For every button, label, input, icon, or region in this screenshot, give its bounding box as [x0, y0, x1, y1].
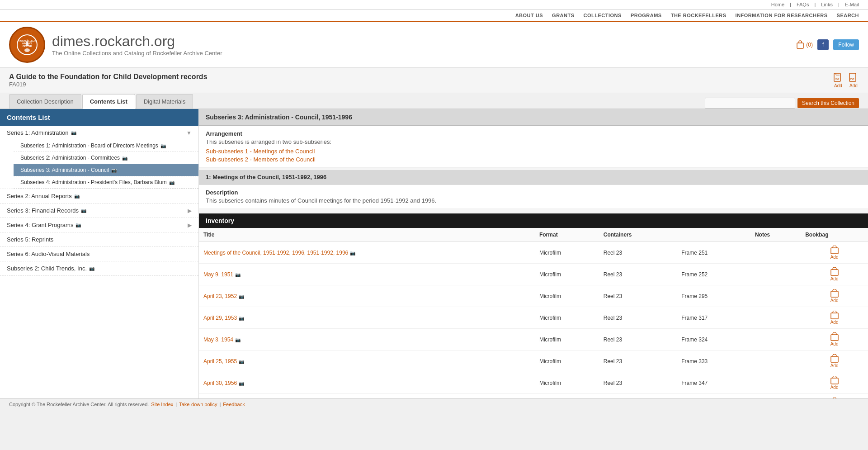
collection-search-button[interactable]: Search this Collection: [797, 98, 859, 108]
site-index-link[interactable]: Site Index: [151, 402, 173, 407]
sub-subseries-1-link[interactable]: Sub-subseries 1 - Meetings of the Counci…: [206, 148, 315, 155]
camera-icon: 📷: [235, 337, 241, 342]
table-row: October 24, 1956📷MicrofilmReel 23Frame 3…: [199, 394, 868, 399]
svg-rect-14: [831, 313, 838, 319]
sidebar-series-4-item[interactable]: Series 4: Grant Programs 📷 ▶: [0, 218, 198, 232]
nav-search[interactable]: SEARCH: [837, 13, 859, 18]
add-label-1: Add: [834, 83, 842, 88]
camera-icon: 📷: [239, 359, 244, 364]
col-blank: [677, 228, 750, 242]
camera-icon: 📷: [81, 208, 86, 213]
svg-rect-6: [797, 43, 803, 48]
sidebar-series-6: Series 6: Audio-Visual Materials: [0, 247, 198, 261]
home-link[interactable]: Home: [771, 2, 784, 7]
sidebar-series-2-item[interactable]: Series 2: Annual Reports 📷: [0, 189, 198, 203]
add-to-bookbag-button[interactable]: Add: [805, 267, 863, 281]
nav-programs[interactable]: PROGRAMS: [631, 13, 662, 18]
right-content: Subseries 3: Administration - Council, 1…: [199, 109, 868, 398]
item-title-link[interactable]: April 30, 1956: [203, 380, 237, 386]
item-title-link[interactable]: April 23, 1952: [203, 293, 237, 299]
description-label: Description: [206, 189, 861, 196]
right-scroll-container[interactable]: Subseries 3: Administration - Council, 1…: [199, 109, 868, 398]
camera-icon: 📷: [75, 223, 81, 227]
footer-copyright: Copyright © The Rockefeller Archive Cent…: [9, 402, 149, 407]
tab-collection-description[interactable]: Collection Description: [9, 94, 81, 109]
facebook-button[interactable]: f: [817, 39, 829, 50]
sidebar: Contents List Series 1: Administration 📷…: [0, 109, 199, 398]
header: ROCKEFELLER ARCHIVE CENTER dimes.rockarc…: [0, 22, 868, 68]
sub-subseries-2-link[interactable]: Sub-subseries 2 - Members of the Council: [206, 156, 316, 163]
description-section: Description This subseries contains minu…: [199, 185, 868, 209]
nav-information[interactable]: INFORMATION FOR RESEARCHERS: [736, 13, 828, 18]
follow-button[interactable]: Follow: [833, 39, 859, 50]
svg-rect-11: [831, 248, 838, 254]
add-to-bookbag-button[interactable]: Add: [805, 311, 863, 325]
faqs-link[interactable]: FAQs: [797, 2, 809, 7]
item-title-link[interactable]: Meetings of the Council, 1951-1992, 1996…: [203, 250, 348, 256]
tab-digital-materials[interactable]: Digital Materials: [136, 94, 193, 109]
item-title-link[interactable]: May 9, 1951: [203, 271, 233, 278]
add-to-bookbag-button[interactable]: Add: [805, 332, 863, 346]
chevron-right-icon: ▶: [188, 208, 192, 214]
camera-icon: 📷: [239, 316, 244, 321]
nav-grants[interactable]: GRANTS: [552, 13, 574, 18]
item-title-link[interactable]: April 29, 1953: [203, 315, 237, 321]
sub-section-title: 1: Meetings of the Council, 1951-1992, 1…: [199, 170, 868, 185]
collection-id: FA019: [9, 81, 208, 88]
svg-rect-13: [831, 291, 838, 297]
add-to-bookbag-button[interactable]: Add: [805, 376, 863, 390]
pdf-button-1[interactable]: PDF Add: [833, 72, 844, 88]
sidebar-series-1: Series 1: Administration 📷 ▼ Subseries 1…: [0, 126, 198, 189]
col-notes: Notes: [750, 228, 801, 242]
col-format: Format: [535, 228, 599, 242]
add-to-bookbag-button[interactable]: Add: [805, 398, 863, 398]
pdf-button-2[interactable]: PDF Add: [848, 72, 859, 88]
sidebar-series-1-item[interactable]: Series 1: Administration 📷 ▼: [0, 126, 198, 140]
table-row: April 30, 1956📷MicrofilmReel 23Frame 347…: [199, 372, 868, 394]
sidebar-series-4: Series 4: Grant Programs 📷 ▶: [0, 218, 198, 232]
item-title-link[interactable]: April 25, 1955: [203, 358, 237, 365]
links-link[interactable]: Links: [821, 2, 833, 7]
sidebar-series-5: Series 5: Reprints: [0, 232, 198, 247]
bookbag-count: (0): [806, 42, 813, 48]
svg-text:PDF: PDF: [850, 77, 855, 80]
add-to-bookbag-button[interactable]: Add: [805, 246, 863, 260]
chevron-right-icon: ▶: [188, 222, 192, 228]
add-label-2: Add: [849, 83, 858, 88]
arrangement-section: Arrangement This subseries is arranged i…: [199, 126, 868, 168]
takedown-link[interactable]: Take-down policy: [179, 402, 217, 407]
sidebar-sub2[interactable]: Subseries 2: Administration - Committees…: [14, 152, 198, 164]
item-title-link[interactable]: May 3, 1954: [203, 336, 233, 343]
sidebar-series-5-item[interactable]: Series 5: Reprints: [0, 232, 198, 246]
sidebar-series-6-item[interactable]: Series 6: Audio-Visual Materials: [0, 247, 198, 261]
camera-icon: 📷: [239, 381, 244, 386]
nav-about-us[interactable]: ABOUT US: [515, 13, 543, 18]
bookbag-button[interactable]: (0): [796, 40, 813, 49]
sidebar-child-trends-item[interactable]: Subseries 2: Child Trends, Inc. 📷: [0, 261, 198, 275]
add-to-bookbag-button[interactable]: Add: [805, 289, 863, 303]
sidebar-sub4[interactable]: Subseries 4: Administration - President'…: [14, 176, 198, 188]
inventory-header: Inventory: [199, 213, 868, 228]
svg-rect-12: [831, 270, 838, 275]
sidebar-series-3-item[interactable]: Series 3: Financial Records 📷 ▶: [0, 204, 198, 218]
add-to-bookbag-button[interactable]: Add: [805, 354, 863, 368]
feedback-link[interactable]: Feedback: [223, 402, 245, 407]
col-title: Title: [199, 228, 535, 242]
nav-collections[interactable]: COLLECTIONS: [584, 13, 622, 18]
svg-rect-15: [831, 335, 838, 341]
collection-header: A Guide to the Foundation for Child Deve…: [0, 68, 868, 93]
site-subtitle: The Online Collections and Catalog of Ro…: [52, 50, 222, 57]
arrangement-text: This subseries is arranged in two sub-su…: [206, 138, 861, 145]
table-row: April 23, 1952📷MicrofilmReel 23Frame 295…: [199, 285, 868, 307]
email-link[interactable]: E-Mail: [845, 2, 859, 7]
sidebar-sub1[interactable]: Subseries 1: Administration - Board of D…: [14, 140, 198, 152]
table-row: May 9, 1951📷MicrofilmReel 23Frame 252Add: [199, 264, 868, 285]
collection-search-input[interactable]: [705, 98, 795, 109]
sidebar-sub3-active[interactable]: Subseries 3: Administration - Council 📷: [14, 164, 198, 176]
site-title: dimes.rockarch.org: [52, 33, 222, 50]
camera-icon: 📷: [71, 130, 76, 135]
chevron-down-icon: ▼: [186, 130, 192, 136]
nav-rockefellers[interactable]: THE ROCKEFELLERS: [671, 13, 726, 18]
tab-contents-list[interactable]: Contents List: [82, 94, 135, 109]
svg-rect-16: [831, 356, 838, 362]
